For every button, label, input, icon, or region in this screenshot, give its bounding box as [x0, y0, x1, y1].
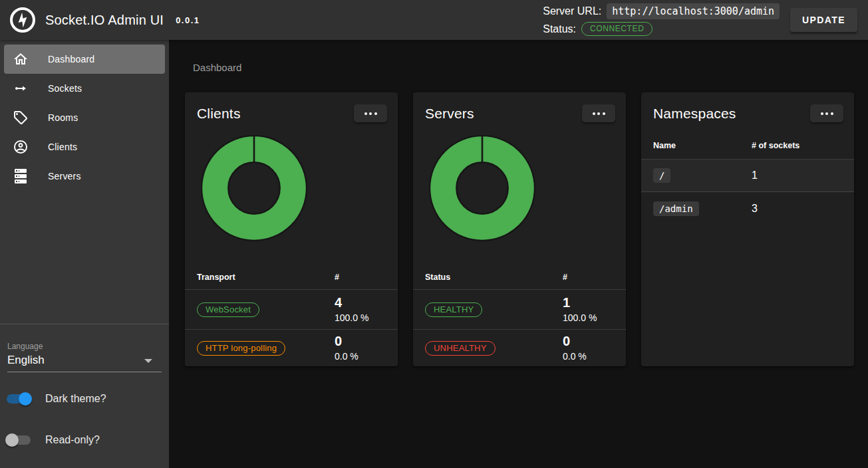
table-row: UNHEALTHY 0 0.0 %	[413, 330, 626, 366]
server-info: Server URL: http://localhost:3000/admin …	[543, 3, 780, 37]
namespaces-card: Namespaces Name # of sockets / 1 /admin …	[641, 92, 854, 366]
table-row[interactable]: / 1	[641, 160, 854, 192]
column-header: #	[335, 273, 398, 282]
servers-status-table: Status # HEALTHY 1 100.0 % UNHEALTHY 0 0…	[413, 265, 626, 366]
servers-card-header: Servers	[413, 92, 626, 122]
breadcrumb: Dashboard	[169, 40, 868, 73]
namespace-chip: /	[653, 168, 670, 183]
dashboard-cards: Clients Transport # WebSocket	[185, 92, 868, 366]
percent-value: 0.0 %	[335, 350, 398, 363]
ray-start-arrow-icon	[13, 80, 29, 96]
table-row: WebSocket 4 100.0 %	[185, 290, 398, 330]
sidebar-item-label: Servers	[48, 171, 81, 181]
status-badge: CONNECTED	[581, 22, 652, 36]
count-value: 0	[563, 333, 626, 349]
count-value: 1	[563, 294, 626, 310]
dots-horizontal-icon[interactable]	[810, 104, 843, 122]
sidebar-item-clients[interactable]: Clients	[4, 132, 165, 162]
sidebar-settings: Language English Dark theme? Read-only?	[0, 324, 169, 372]
sidebar-item-label: Clients	[48, 142, 77, 152]
server-url-value: http://localhost:3000/admin	[607, 3, 780, 19]
dark-theme-label: Dark theme?	[45, 393, 106, 405]
column-header: Name	[641, 141, 752, 150]
status-chip: UNHEALTHY	[425, 341, 496, 356]
sidebar: Dashboard Sockets Rooms	[0, 40, 169, 468]
servers-card-title: Servers	[425, 106, 474, 122]
servers-donut-chart	[429, 135, 535, 241]
dots-horizontal-icon[interactable]	[582, 104, 615, 122]
namespaces-card-header: Namespaces	[641, 92, 854, 122]
account-circle-icon	[13, 139, 29, 155]
sidebar-item-sockets[interactable]: Sockets	[4, 74, 165, 103]
sidebar-item-rooms[interactable]: Rooms	[4, 103, 165, 132]
table-row[interactable]: /admin 3	[641, 192, 854, 225]
transport-chip: WebSocket	[197, 302, 259, 317]
clients-card-title: Clients	[197, 106, 241, 122]
read-only-toggle[interactable]	[7, 435, 31, 445]
clients-transport-table: Transport # WebSocket 4 100.0 % HTTP lon…	[185, 265, 398, 366]
table-header-row: Transport #	[185, 265, 398, 290]
server-url-row: Server URL: http://localhost:3000/admin	[543, 3, 780, 19]
clients-card: Clients Transport # WebSocket	[185, 92, 398, 366]
namespaces-table: Name # of sockets / 1 /admin 3	[641, 132, 854, 225]
read-only-row: Read-only?	[0, 434, 100, 446]
sidebar-item-servers[interactable]: Servers	[4, 162, 165, 191]
sidebar-item-label: Dashboard	[48, 54, 94, 64]
percent-value: 100.0 %	[335, 311, 398, 324]
column-header: #	[563, 273, 626, 282]
socket-count: 1	[752, 170, 854, 181]
sidebar-nav: Dashboard Sockets Rooms	[0, 40, 169, 191]
socketio-logo-icon	[9, 7, 36, 33]
count-value: 0	[335, 333, 398, 349]
server-url-label: Server URL:	[543, 5, 601, 17]
home-icon	[13, 51, 29, 67]
sidebar-item-dashboard[interactable]: Dashboard	[4, 45, 165, 74]
language-block: Language English	[0, 324, 169, 372]
column-header: Transport	[185, 273, 335, 282]
count-value: 4	[335, 294, 398, 310]
table-header-row: Name # of sockets	[641, 132, 854, 160]
dark-theme-toggle[interactable]	[7, 394, 31, 404]
read-only-label: Read-only?	[45, 434, 100, 446]
dots-horizontal-icon[interactable]	[354, 104, 387, 122]
sidebar-item-label: Sockets	[48, 83, 82, 94]
app-header: Socket.IO Admin UI 0.0.1 Server URL: htt…	[0, 0, 868, 40]
app-version: 0.0.1	[176, 15, 200, 25]
percent-value: 0.0 %	[563, 350, 626, 363]
dark-theme-row: Dark theme?	[0, 393, 106, 405]
language-label: Language	[7, 342, 162, 351]
namespace-chip: /admin	[653, 201, 699, 216]
table-row: HEALTHY 1 100.0 %	[413, 290, 626, 330]
main-content: Dashboard Clients Transport #	[169, 40, 868, 468]
servers-card: Servers Status # HEALTHY	[413, 92, 626, 366]
clients-card-header: Clients	[185, 92, 398, 122]
status-row: Status: CONNECTED	[543, 21, 780, 37]
update-button[interactable]: UPDATE	[790, 8, 857, 32]
socket-count: 3	[752, 203, 854, 215]
namespaces-card-title: Namespaces	[653, 106, 736, 122]
chevron-down-icon	[144, 359, 152, 363]
toggle-thumb	[5, 433, 19, 447]
app-title: Socket.IO Admin UI	[45, 13, 164, 28]
table-header-row: Status #	[413, 265, 626, 290]
status-chip: HEALTHY	[425, 302, 482, 317]
server-icon	[13, 168, 29, 184]
tag-icon	[13, 110, 29, 126]
table-row: HTTP long-polling 0 0.0 %	[185, 330, 398, 366]
language-select[interactable]: English	[7, 354, 162, 372]
language-value: English	[7, 354, 45, 366]
percent-value: 100.0 %	[563, 311, 626, 324]
sidebar-item-label: Rooms	[48, 112, 78, 123]
column-header: # of sockets	[752, 141, 854, 150]
transport-chip: HTTP long-polling	[197, 341, 285, 356]
column-header: Status	[413, 273, 563, 282]
status-label: Status:	[543, 23, 576, 35]
clients-donut-chart	[201, 135, 307, 241]
toggle-thumb	[19, 392, 32, 406]
